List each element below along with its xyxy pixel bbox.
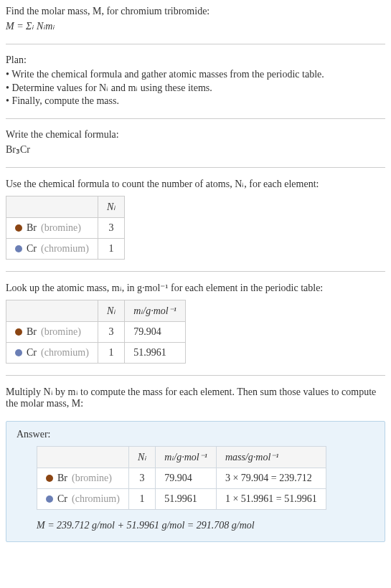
mass-value: 3 × 79.904 = 239.712: [216, 468, 326, 489]
table-row: Cr (chromium) 1: [6, 239, 125, 260]
m-value: 51.9961: [125, 343, 186, 364]
element-name: (chromium): [41, 347, 89, 359]
table-header-row: Nᵢ mᵢ/g·mol⁻¹ mass/g·mol⁻¹: [37, 447, 326, 468]
multiply-header: Multiply Nᵢ by mᵢ to compute the mass fo…: [6, 386, 385, 409]
element-symbol: Br: [27, 326, 37, 338]
table-row: Br (bromine) 3: [6, 218, 125, 239]
m-value: 51.9961: [156, 489, 217, 510]
n-value: 3: [98, 218, 124, 239]
n-value: 3: [98, 322, 124, 343]
intro-line: Find the molar mass, M, for chromium tri…: [6, 6, 385, 17]
element-cell: Br (bromine): [6, 218, 98, 239]
plan-section: Plan: Write the chemical formula and gat…: [6, 54, 385, 107]
col-n-header: Nᵢ: [128, 447, 155, 468]
chromium-dot-icon: [15, 349, 22, 356]
empty-header: [6, 196, 98, 218]
m-value: 79.904: [125, 322, 186, 343]
plan-header: Plan:: [6, 54, 385, 66]
element-symbol: Cr: [27, 347, 37, 359]
atomic-mass-table: Nᵢ mᵢ/g·mol⁻¹ Br (bromine) 3 79.904 Cr (…: [6, 300, 186, 364]
chromium-dot-icon: [15, 245, 22, 252]
plan-item: Finally, compute the mass.: [6, 95, 385, 107]
n-value: 1: [128, 489, 155, 510]
table-row: Br (bromine) 3 79.904: [6, 322, 186, 343]
element-symbol: Br: [57, 473, 67, 484]
col-mass-header: mass/g·mol⁻¹: [216, 447, 326, 468]
element-cell: Br (bromine): [6, 322, 98, 343]
bromine-dot-icon: [46, 475, 53, 482]
element-cell: Br (bromine): [37, 468, 129, 489]
col-m-header: mᵢ/g·mol⁻¹: [156, 447, 217, 468]
n-value: 1: [98, 239, 124, 260]
count-atoms-header: Use the chemical formula to count the nu…: [6, 178, 385, 190]
n-value: 3: [128, 468, 155, 489]
divider: [6, 375, 385, 376]
count-atoms-table: Nᵢ Br (bromine) 3 Cr (chromium) 1: [6, 196, 125, 260]
n-value: 1: [98, 343, 124, 364]
empty-header: [37, 447, 129, 468]
atomic-mass-section: Look up the atomic mass, mᵢ, in g·mol⁻¹ …: [6, 282, 385, 364]
divider: [6, 271, 385, 272]
chemical-formula-value: Br₃Cr: [6, 143, 385, 156]
element-name: (bromine): [41, 326, 81, 338]
element-name: (chromium): [41, 243, 89, 255]
col-n-header: Nᵢ: [98, 300, 124, 322]
empty-header: [6, 300, 98, 322]
plan-item: Write the chemical formula and gather at…: [6, 69, 385, 80]
chromium-dot-icon: [46, 495, 53, 503]
table-row: Br (bromine) 3 79.904 3 × 79.904 = 239.7…: [37, 468, 326, 489]
chemical-formula-header: Write the chemical formula:: [6, 129, 385, 141]
element-name: (chromium): [72, 493, 120, 505]
plan-item: Determine values for Nᵢ and mᵢ using the…: [6, 82, 385, 94]
answer-result: M = 239.712 g/mol + 51.9961 g/mol = 291.…: [37, 520, 374, 531]
element-cell: Cr (chromium): [6, 239, 98, 260]
table-header-row: Nᵢ mᵢ/g·mol⁻¹: [6, 300, 186, 322]
answer-table: Nᵢ mᵢ/g·mol⁻¹ mass/g·mol⁻¹ Br (bromine) …: [37, 446, 326, 510]
bromine-dot-icon: [15, 328, 22, 336]
count-atoms-section: Use the chemical formula to count the nu…: [6, 178, 385, 260]
divider: [6, 118, 385, 119]
m-value: 79.904: [156, 468, 217, 489]
table-header-row: Nᵢ: [6, 196, 125, 218]
col-m-header: mᵢ/g·mol⁻¹: [125, 300, 186, 322]
chemical-formula-section: Write the chemical formula: Br₃Cr: [6, 129, 385, 156]
element-name: (bromine): [41, 222, 81, 234]
answer-label: Answer:: [17, 429, 374, 440]
bromine-dot-icon: [15, 224, 22, 232]
element-symbol: Br: [27, 222, 37, 234]
divider: [6, 167, 385, 168]
element-cell: Cr (chromium): [37, 489, 129, 510]
mass-value: 1 × 51.9961 = 51.9961: [216, 489, 326, 510]
intro-section: Find the molar mass, M, for chromium tri…: [6, 6, 385, 32]
plan-list: Write the chemical formula and gather at…: [6, 69, 385, 107]
atomic-mass-header: Look up the atomic mass, mᵢ, in g·mol⁻¹ …: [6, 282, 385, 294]
element-symbol: Cr: [27, 243, 37, 255]
divider: [6, 44, 385, 44]
intro-formula: M = Σᵢ Nᵢmᵢ: [6, 20, 385, 32]
table-row: Cr (chromium) 1 51.9961 1 × 51.9961 = 51…: [37, 489, 326, 510]
multiply-section: Multiply Nᵢ by mᵢ to compute the mass fo…: [6, 386, 385, 409]
answer-box: Answer: Nᵢ mᵢ/g·mol⁻¹ mass/g·mol⁻¹ Br (b…: [6, 421, 385, 542]
element-symbol: Cr: [57, 493, 67, 505]
table-row: Cr (chromium) 1 51.9961: [6, 343, 186, 364]
col-n-header: Nᵢ: [98, 196, 124, 218]
element-name: (bromine): [72, 473, 112, 484]
element-cell: Cr (chromium): [6, 343, 98, 364]
